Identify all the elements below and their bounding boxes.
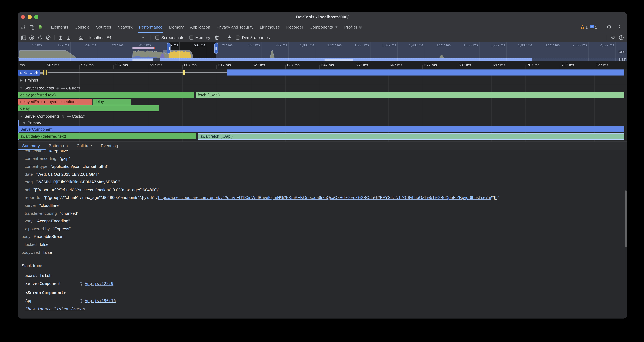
- warning-triangle-icon: [580, 25, 584, 29]
- event-bar-delay-3[interactable]: delay: [18, 105, 159, 111]
- checkbox-box: [155, 36, 160, 40]
- tab-application[interactable]: Application: [187, 22, 213, 33]
- stack-trace-title: Stack trace: [22, 263, 627, 268]
- tab-summary[interactable]: Summary: [22, 143, 40, 148]
- tab-components[interactable]: Components⚛: [306, 22, 341, 33]
- issues-badge[interactable]: 1: [590, 25, 597, 29]
- server-components-header[interactable]: ▼ Server Components ⚛ — Custom: [18, 113, 627, 120]
- network-track-header[interactable]: ▶ Network: [18, 70, 40, 76]
- disclosure-triangle-icon: ▶: [20, 79, 22, 82]
- clear-icon[interactable]: [44, 34, 52, 41]
- home-icon[interactable]: [77, 34, 85, 41]
- settings-gear-icon[interactable]: ⚙: [605, 23, 613, 31]
- event-bar-await-fetch-selected[interactable]: await fetch (.../api): [198, 133, 624, 140]
- timings-track[interactable]: ▶ Timings: [18, 77, 627, 84]
- tab-network[interactable]: Network: [114, 22, 136, 33]
- main-tabbar: Elements Console Sources Network Perform…: [18, 22, 627, 33]
- show-ignore-listed-frames-link[interactable]: Show ignore-listed frames: [25, 306, 85, 311]
- details-tabbar: Summary Bottom-up Call tree Event log: [18, 142, 627, 150]
- property-row: etag"W/\"4b1-RjEJloX9kRinu6F0MAZMmy6E5iA…: [22, 178, 627, 186]
- selection-handle-left[interactable]: [167, 43, 170, 54]
- network-request-marker[interactable]: [182, 70, 186, 75]
- timings-track-header[interactable]: ▶ Timings: [18, 77, 627, 83]
- event-bar-delay-2[interactable]: delay: [92, 99, 131, 105]
- drag-handle-icon[interactable]: [40, 71, 43, 75]
- toggle-sidebar-icon[interactable]: [20, 34, 27, 41]
- collapse-sections-icon[interactable]: [225, 34, 233, 41]
- window-title: DevTools - localhost:3000/: [18, 15, 627, 19]
- property-row: bodyUsedfalse: [22, 248, 627, 256]
- tab-elements[interactable]: Elements: [48, 22, 71, 33]
- devtools-window: DevTools - localhost:3000/ Elements Cons…: [18, 12, 627, 318]
- tab-privacy-and-security[interactable]: Privacy and security: [214, 22, 257, 33]
- divider: [54, 35, 54, 40]
- kebab-menu-icon[interactable]: ⋮: [616, 23, 624, 31]
- network-track[interactable]: ▶ Network: [18, 69, 627, 77]
- divider: [601, 25, 601, 30]
- tab-call-tree[interactable]: Call tree: [76, 143, 92, 148]
- event-bar-await-delay[interactable]: await delay (deferred text): [18, 133, 196, 139]
- history-select[interactable]: localhost #4 ▼: [87, 34, 147, 41]
- svg-text:?: ?: [620, 36, 622, 39]
- server-requests-header[interactable]: ▼ Server Requests ⚛ — Custom: [18, 84, 627, 92]
- help-icon[interactable]: ?: [618, 34, 625, 41]
- dim-3rd-parties-checkbox[interactable]: Dim 3rd parties: [234, 35, 272, 40]
- extension-icon[interactable]: [36, 23, 44, 31]
- overview-dim-right: [216, 42, 627, 58]
- chevron-down-icon: ▼: [142, 36, 144, 39]
- load-profile-icon[interactable]: [57, 34, 64, 41]
- checkbox-box: [189, 36, 194, 40]
- tab-event-log[interactable]: Event log: [101, 143, 118, 148]
- capture-settings-gear-icon[interactable]: ⚙: [609, 34, 617, 41]
- stack-frame-server-component: <ServerComponent>: [25, 288, 627, 297]
- overview-dim-left: [18, 42, 168, 58]
- tab-bottom-up[interactable]: Bottom-up: [49, 143, 68, 148]
- event-bar-delay-deferred[interactable]: delay (deferred text): [18, 92, 194, 98]
- clipped-request-stripes: [44, 70, 47, 75]
- save-profile-icon[interactable]: [65, 34, 72, 41]
- collect-garbage-icon[interactable]: [213, 34, 220, 41]
- network-request-bar[interactable]: [227, 70, 624, 76]
- memory-checkbox[interactable]: Memory: [187, 35, 212, 40]
- summary-pane[interactable]: connection"keep-alive" content-encoding"…: [18, 150, 627, 318]
- primary-group-header[interactable]: ▼ Primary: [19, 120, 627, 126]
- tab-sources[interactable]: Sources: [93, 22, 114, 33]
- inspect-element-icon[interactable]: [20, 23, 28, 31]
- property-row: date"Wed, 01 Oct 2025 18:32:01 GMT": [22, 170, 627, 178]
- property-row: connection"keep-alive": [22, 150, 627, 155]
- source-location-link[interactable]: App.js:128:9: [85, 281, 114, 286]
- tab-profiler[interactable]: Profiler⚛: [341, 22, 366, 33]
- disclosure-triangle-icon: ▼: [23, 122, 26, 125]
- net-bar: [160, 58, 532, 61]
- tab-performance[interactable]: Performance: [136, 22, 166, 33]
- screenshots-checkbox[interactable]: Screenshots: [153, 35, 186, 40]
- tab-console[interactable]: Console: [71, 22, 93, 33]
- divider: [75, 35, 75, 40]
- tab-recorder[interactable]: Recorder: [283, 22, 306, 33]
- event-bar-server-component[interactable]: ServerComponent: [18, 126, 624, 132]
- tab-lighthouse[interactable]: Lighthouse: [256, 22, 283, 33]
- flamechart-tracks[interactable]: ▶ Network ▶ Timings ▼ Server Requests ⚛ …: [18, 69, 627, 142]
- tab-memory[interactable]: Memory: [166, 22, 187, 33]
- property-row: x-powered-by"Express": [22, 225, 627, 233]
- timeline-overview[interactable]: 97 ms 197 ms 297 ms 397 ms 497 ms 597 ms…: [18, 42, 627, 61]
- source-location-link[interactable]: App.js:190:16: [85, 298, 116, 303]
- device-toolbar-icon[interactable]: [28, 23, 36, 31]
- report-to-url-link[interactable]: https://a.nel.cloudflare.com/report/v4?s…: [158, 195, 491, 200]
- stack-frame-await-fetch: await fetch: [25, 271, 627, 279]
- event-bar-fetch-api[interactable]: fetch (.../api): [196, 92, 624, 98]
- disclosure-triangle-icon: ▼: [20, 87, 22, 90]
- react-atom-icon: ⚛: [334, 25, 338, 29]
- selection-handle-right[interactable]: [214, 43, 218, 54]
- reload-and-record-icon[interactable]: [36, 34, 44, 41]
- warnings-badge[interactable]: 1: [580, 25, 588, 29]
- divider: [18, 259, 627, 259]
- scrollbar-thumb[interactable]: [625, 190, 626, 247]
- property-row: content-type"application/json; charset=u…: [22, 162, 627, 170]
- net-label: NET: [619, 58, 626, 61]
- event-bar-delayed-error[interactable]: delayedError (...ayed exception): [18, 99, 92, 105]
- net-bar: [19, 58, 153, 61]
- performance-toolbar: localhost #4 ▼ Screenshots Memory Dim 3r…: [18, 33, 627, 42]
- divider: [150, 35, 151, 40]
- record-icon[interactable]: [28, 34, 36, 41]
